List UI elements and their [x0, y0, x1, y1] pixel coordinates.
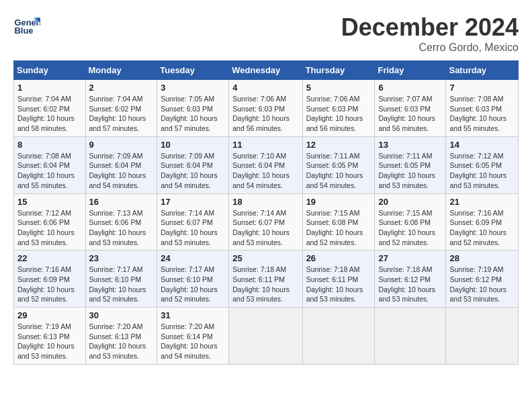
- day-info: Sunrise: 7:04 AMSunset: 6:02 PMDaylight:…: [89, 94, 154, 134]
- day-number: 6: [378, 83, 442, 93]
- day-info: Sunrise: 7:20 AMSunset: 6:14 PMDaylight:…: [161, 322, 225, 361]
- col-wednesday: Wednesday: [229, 61, 302, 80]
- table-row: [375, 308, 446, 365]
- table-row: 18Sunrise: 7:14 AMSunset: 6:07 PMDayligh…: [229, 193, 302, 250]
- calendar-week-row: 29Sunrise: 7:19 AMSunset: 6:13 PMDayligh…: [14, 308, 519, 365]
- table-row: 14Sunrise: 7:12 AMSunset: 6:05 PMDayligh…: [446, 136, 519, 193]
- col-monday: Monday: [85, 61, 157, 80]
- day-info: Sunrise: 7:18 AMSunset: 6:12 PMDaylight:…: [378, 265, 442, 304]
- day-number: 24: [161, 253, 225, 263]
- table-row: 19Sunrise: 7:15 AMSunset: 6:08 PMDayligh…: [302, 193, 375, 250]
- day-number: 19: [306, 197, 371, 207]
- table-row: 31Sunrise: 7:20 AMSunset: 6:14 PMDayligh…: [157, 308, 229, 365]
- day-number: 26: [306, 253, 371, 263]
- day-info: Sunrise: 7:13 AMSunset: 6:06 PMDaylight:…: [89, 208, 154, 248]
- day-number: 11: [232, 140, 298, 150]
- table-row: 11Sunrise: 7:10 AMSunset: 6:04 PMDayligh…: [229, 136, 302, 193]
- day-info: Sunrise: 7:10 AMSunset: 6:04 PMDaylight:…: [232, 151, 298, 191]
- day-info: Sunrise: 7:15 AMSunset: 6:08 PMDaylight:…: [378, 208, 442, 248]
- table-row: 26Sunrise: 7:18 AMSunset: 6:11 PMDayligh…: [302, 250, 375, 308]
- day-info: Sunrise: 7:05 AMSunset: 6:03 PMDaylight:…: [161, 94, 225, 134]
- table-row: 21Sunrise: 7:16 AMSunset: 6:09 PMDayligh…: [446, 193, 519, 250]
- day-info: Sunrise: 7:06 AMSunset: 6:03 PMDaylight:…: [232, 94, 298, 134]
- table-row: 2Sunrise: 7:04 AMSunset: 6:02 PMDaylight…: [85, 80, 157, 137]
- table-row: 3Sunrise: 7:05 AMSunset: 6:03 PMDaylight…: [157, 80, 229, 137]
- table-row: 7Sunrise: 7:08 AMSunset: 6:03 PMDaylight…: [446, 80, 519, 137]
- day-number: 7: [449, 83, 515, 93]
- table-row: 23Sunrise: 7:17 AMSunset: 6:10 PMDayligh…: [85, 250, 157, 308]
- calendar-week-row: 8Sunrise: 7:08 AMSunset: 6:04 PMDaylight…: [14, 136, 519, 193]
- day-number: 29: [17, 310, 82, 320]
- day-number: 18: [232, 197, 298, 207]
- svg-text:Blue: Blue: [15, 26, 34, 36]
- day-number: 3: [161, 83, 225, 93]
- day-info: Sunrise: 7:11 AMSunset: 6:05 PMDaylight:…: [306, 151, 371, 191]
- table-row: 12Sunrise: 7:11 AMSunset: 6:05 PMDayligh…: [302, 136, 375, 193]
- table-row: 22Sunrise: 7:16 AMSunset: 6:09 PMDayligh…: [14, 250, 86, 308]
- day-number: 15: [17, 197, 82, 207]
- table-row: 24Sunrise: 7:17 AMSunset: 6:10 PMDayligh…: [157, 250, 229, 308]
- table-row: 20Sunrise: 7:15 AMSunset: 6:08 PMDayligh…: [375, 193, 446, 250]
- table-row: 28Sunrise: 7:19 AMSunset: 6:12 PMDayligh…: [446, 250, 519, 308]
- page-header: General Blue December 2024 Cerro Gordo, …: [13, 13, 519, 54]
- day-number: 12: [306, 140, 371, 150]
- day-number: 31: [161, 310, 225, 320]
- table-row: 5Sunrise: 7:06 AMSunset: 6:03 PMDaylight…: [302, 80, 375, 137]
- table-row: 16Sunrise: 7:13 AMSunset: 6:06 PMDayligh…: [85, 193, 157, 250]
- col-tuesday: Tuesday: [157, 61, 229, 80]
- day-number: 22: [17, 253, 82, 263]
- col-saturday: Saturday: [446, 61, 519, 80]
- table-row: 10Sunrise: 7:09 AMSunset: 6:04 PMDayligh…: [157, 136, 229, 193]
- day-number: 27: [378, 253, 442, 263]
- day-info: Sunrise: 7:18 AMSunset: 6:11 PMDaylight:…: [306, 265, 371, 304]
- col-thursday: Thursday: [302, 61, 375, 80]
- page-title: December 2024: [341, 13, 519, 42]
- day-info: Sunrise: 7:09 AMSunset: 6:04 PMDaylight:…: [89, 151, 154, 191]
- day-info: Sunrise: 7:20 AMSunset: 6:13 PMDaylight:…: [89, 322, 154, 361]
- day-number: 1: [17, 83, 82, 93]
- day-info: Sunrise: 7:08 AMSunset: 6:03 PMDaylight:…: [449, 94, 515, 134]
- day-info: Sunrise: 7:14 AMSunset: 6:07 PMDaylight:…: [161, 208, 225, 248]
- day-number: 25: [232, 253, 298, 263]
- day-info: Sunrise: 7:08 AMSunset: 6:04 PMDaylight:…: [17, 151, 82, 191]
- day-number: 13: [378, 140, 442, 150]
- col-friday: Friday: [375, 61, 446, 80]
- logo-icon: General Blue: [13, 13, 40, 40]
- day-info: Sunrise: 7:04 AMSunset: 6:02 PMDaylight:…: [17, 94, 82, 134]
- day-number: 28: [449, 253, 515, 263]
- calendar-week-row: 22Sunrise: 7:16 AMSunset: 6:09 PMDayligh…: [14, 250, 519, 308]
- table-row: 9Sunrise: 7:09 AMSunset: 6:04 PMDaylight…: [85, 136, 157, 193]
- day-number: 21: [449, 197, 515, 207]
- table-row: 4Sunrise: 7:06 AMSunset: 6:03 PMDaylight…: [229, 80, 302, 137]
- day-info: Sunrise: 7:14 AMSunset: 6:07 PMDaylight:…: [232, 208, 298, 248]
- day-number: 30: [89, 310, 154, 320]
- day-info: Sunrise: 7:12 AMSunset: 6:06 PMDaylight:…: [17, 208, 82, 248]
- title-block: December 2024 Cerro Gordo, Mexico: [341, 13, 519, 54]
- day-number: 4: [232, 83, 298, 93]
- day-info: Sunrise: 7:15 AMSunset: 6:08 PMDaylight:…: [306, 208, 371, 248]
- day-number: 10: [161, 140, 225, 150]
- table-row: [446, 308, 519, 365]
- table-row: 27Sunrise: 7:18 AMSunset: 6:12 PMDayligh…: [375, 250, 446, 308]
- day-info: Sunrise: 7:07 AMSunset: 6:03 PMDaylight:…: [378, 94, 442, 134]
- day-number: 2: [89, 83, 154, 93]
- calendar-week-row: 15Sunrise: 7:12 AMSunset: 6:06 PMDayligh…: [14, 193, 519, 250]
- day-info: Sunrise: 7:06 AMSunset: 6:03 PMDaylight:…: [306, 94, 371, 134]
- table-row: 17Sunrise: 7:14 AMSunset: 6:07 PMDayligh…: [157, 193, 229, 250]
- day-info: Sunrise: 7:19 AMSunset: 6:12 PMDaylight:…: [449, 265, 515, 304]
- day-number: 16: [89, 197, 154, 207]
- table-row: 8Sunrise: 7:08 AMSunset: 6:04 PMDaylight…: [14, 136, 86, 193]
- page-subtitle: Cerro Gordo, Mexico: [341, 42, 519, 54]
- day-info: Sunrise: 7:17 AMSunset: 6:10 PMDaylight:…: [161, 265, 225, 304]
- day-number: 20: [378, 197, 442, 207]
- table-row: 6Sunrise: 7:07 AMSunset: 6:03 PMDaylight…: [375, 80, 446, 137]
- day-info: Sunrise: 7:19 AMSunset: 6:13 PMDaylight:…: [17, 322, 82, 361]
- day-info: Sunrise: 7:09 AMSunset: 6:04 PMDaylight:…: [161, 151, 225, 191]
- logo: General Blue: [13, 13, 43, 40]
- day-info: Sunrise: 7:16 AMSunset: 6:09 PMDaylight:…: [17, 265, 82, 304]
- day-number: 17: [161, 197, 225, 207]
- day-info: Sunrise: 7:17 AMSunset: 6:10 PMDaylight:…: [89, 265, 154, 304]
- table-row: 13Sunrise: 7:11 AMSunset: 6:05 PMDayligh…: [375, 136, 446, 193]
- day-number: 23: [89, 253, 154, 263]
- day-number: 14: [449, 140, 515, 150]
